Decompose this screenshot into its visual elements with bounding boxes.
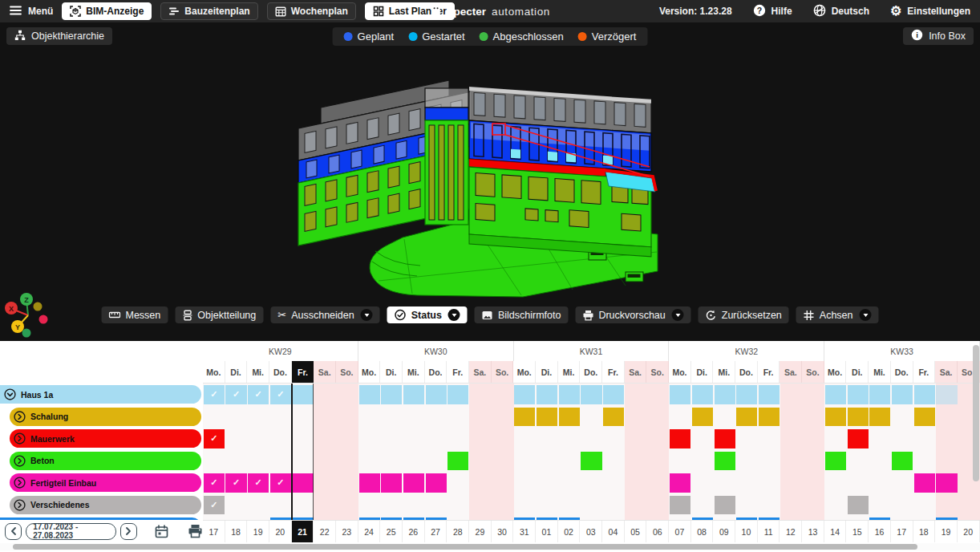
task-cell-haus-1a[interactable]: ✓ <box>270 385 291 404</box>
task-cell-haus-1a[interactable] <box>869 385 890 404</box>
task-cell-mauerwerk[interactable] <box>848 429 869 448</box>
task-cell-haus-1a[interactable] <box>692 385 713 404</box>
task-cell-schalung[interactable] <box>559 408 580 427</box>
task-cell-haus-1a[interactable] <box>581 385 601 404</box>
task-cell-schalung[interactable] <box>537 408 557 427</box>
task-cell-verschiedenes[interactable] <box>848 496 869 515</box>
task-cell-haus-1a[interactable] <box>914 385 935 404</box>
row-pill-schalung[interactable]: Schalung <box>10 408 201 426</box>
row-pill-mauerwerk[interactable]: Mauerwerk <box>10 429 201 448</box>
task-cell-fertigteil-einbau[interactable]: ✓ <box>204 473 225 493</box>
tool-druckvorschau-button[interactable]: Druckvorschau <box>575 306 690 323</box>
tool-achsen-button[interactable]: Achsen <box>796 306 879 323</box>
vertical-scrollbar-thumb[interactable] <box>973 345 979 481</box>
task-cell-haus-1a[interactable] <box>603 385 624 404</box>
task-cell-haus-1a[interactable] <box>936 385 957 404</box>
task-cell-haus-1a[interactable]: ✓ <box>248 385 269 404</box>
horizontal-scrollbar[interactable] <box>0 543 980 550</box>
task-cell-haus-1a[interactable] <box>359 385 380 404</box>
row-pill-haus-1a[interactable]: Haus 1a <box>0 385 201 404</box>
task-cell-verschiedenes[interactable] <box>670 496 690 515</box>
task-cell-haus-1a[interactable] <box>759 385 780 404</box>
task-cell-schalung[interactable] <box>514 408 535 427</box>
view-tab-wochenplan[interactable]: Wochenplan <box>267 2 356 20</box>
view-tab-bauzeitenplan[interactable]: Bauzeitenplan <box>160 2 257 20</box>
task-cell-schalung[interactable] <box>869 408 890 427</box>
task-cell-mauerwerk[interactable] <box>715 429 735 448</box>
task-cell-fertigteil-einbau[interactable] <box>914 473 935 493</box>
task-cell-schalung[interactable] <box>692 408 713 427</box>
row-pill-fertigteil-einbau[interactable]: Fertigteil Einbau <box>10 473 201 492</box>
task-cell-fertigteil-einbau[interactable]: ✓ <box>270 473 291 493</box>
task-cell-haus-1a[interactable] <box>848 385 869 404</box>
vertical-scrollbar[interactable] <box>973 345 979 481</box>
task-cell-beton[interactable] <box>825 452 846 471</box>
3d-viewport[interactable]: Objekthierarchie GeplantGestartetAbgesch… <box>0 22 980 341</box>
print-button[interactable] <box>188 524 203 538</box>
task-cell-haus-1a[interactable] <box>403 385 424 404</box>
task-cell-mauerwerk[interactable]: ✓ <box>204 429 225 448</box>
task-cell-fertigteil-einbau[interactable] <box>936 473 957 493</box>
task-cell-haus-1a[interactable] <box>537 385 557 404</box>
task-cell-fertigteil-einbau[interactable] <box>359 473 380 493</box>
info-box-button[interactable]: i Info Box <box>903 27 974 45</box>
prev-period-button[interactable] <box>5 523 22 540</box>
dropdown-chevron-icon[interactable] <box>361 309 373 321</box>
task-cell-haus-1a[interactable] <box>447 385 468 404</box>
task-cell-verschiedenes[interactable]: ✓ <box>204 496 225 515</box>
task-cell-haus-1a[interactable] <box>892 385 913 404</box>
task-cell-fertigteil-einbau[interactable] <box>670 473 690 493</box>
help-button[interactable]: ? Hilfe <box>753 4 792 19</box>
task-cell-haus-1a[interactable]: ✓ <box>204 385 225 404</box>
menu-button[interactable]: Menü <box>10 6 53 18</box>
dropdown-chevron-icon[interactable] <box>860 309 872 321</box>
axis-gizmo[interactable]: Z X Y <box>2 290 53 339</box>
task-cell-beton[interactable] <box>447 452 468 471</box>
task-cell-haus-1a[interactable] <box>293 385 314 404</box>
task-cell-schalung[interactable] <box>914 408 935 427</box>
task-cell-fertigteil-einbau[interactable] <box>426 473 447 493</box>
task-cell-schalung[interactable] <box>848 408 869 427</box>
task-cell-haus-1a[interactable] <box>514 385 535 404</box>
task-cell-fertigteil-einbau[interactable]: ✓ <box>248 473 269 493</box>
task-cell-beton[interactable] <box>892 452 913 471</box>
date-range-field[interactable]: 17.07.2023 - 27.08.2023 <box>26 523 116 540</box>
task-cell-haus-1a[interactable] <box>559 385 580 404</box>
next-period-button[interactable] <box>120 523 137 540</box>
task-cell-schalung[interactable] <box>825 408 846 427</box>
calendar-button[interactable] <box>155 525 168 538</box>
task-cell-schalung[interactable] <box>603 408 624 427</box>
task-cell-haus-1a[interactable] <box>715 385 735 404</box>
tool-zur-cksetzen-button[interactable]: Zurücksetzen <box>699 306 789 323</box>
tool-messen-button[interactable]: Messen <box>102 306 168 323</box>
row-pill-beton[interactable]: Beton <box>10 452 201 470</box>
task-cell-verschiedenes[interactable] <box>715 496 735 515</box>
task-cell-beton[interactable] <box>715 452 735 471</box>
task-cell-haus-1a[interactable] <box>426 385 447 404</box>
task-cell-schalung[interactable] <box>759 408 780 427</box>
tool-bildschirmfoto-button[interactable]: Bildschirmfoto <box>475 306 569 323</box>
building-model[interactable] <box>282 64 683 301</box>
language-button[interactable]: Deutsch <box>813 4 869 19</box>
dropdown-chevron-icon[interactable] <box>672 309 684 321</box>
task-cell-fertigteil-einbau[interactable]: ✓ <box>225 473 246 493</box>
task-cell-haus-1a[interactable]: ✓ <box>225 385 246 404</box>
task-cell-fertigteil-einbau[interactable] <box>381 473 402 493</box>
task-cell-haus-1a[interactable] <box>825 385 846 404</box>
task-cell-haus-1a[interactable] <box>736 385 757 404</box>
task-cell-fertigteil-einbau[interactable] <box>293 473 314 493</box>
tool-status-button[interactable]: Status <box>387 306 468 323</box>
settings-button[interactable]: ⚙ Einstellungen <box>890 5 970 18</box>
task-cell-mauerwerk[interactable] <box>670 429 690 448</box>
dropdown-chevron-icon[interactable] <box>448 309 460 321</box>
row-pill-verschiedenes[interactable]: Verschiedenes <box>10 496 201 514</box>
task-cell-beton[interactable] <box>581 452 601 471</box>
task-cell-schalung[interactable] <box>736 408 757 427</box>
task-cell-haus-1a[interactable] <box>670 385 690 404</box>
tool-ausschneiden-button[interactable]: ✂Ausschneiden <box>270 306 379 323</box>
task-cell-haus-1a[interactable] <box>381 385 402 404</box>
tool-objektteilung-button[interactable]: Objektteilung <box>175 306 263 323</box>
view-tab-bim-anzeige[interactable]: BIM-Anzeige <box>62 2 152 20</box>
horizontal-scrollbar-thumb[interactable] <box>13 544 917 550</box>
task-cell-fertigteil-einbau[interactable] <box>403 473 424 493</box>
